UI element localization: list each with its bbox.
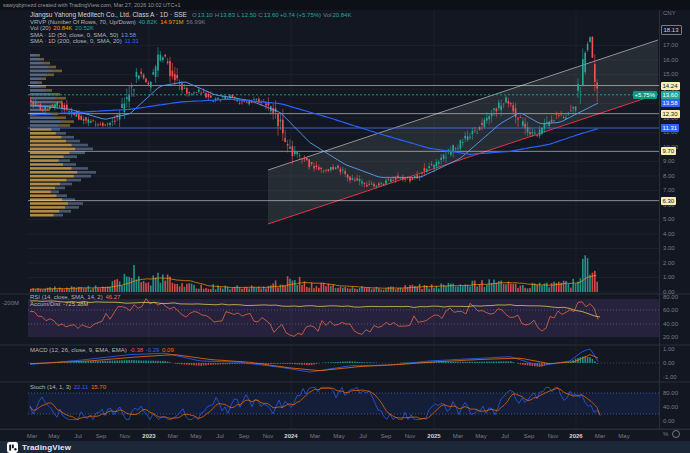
time-axis-label: Mar [310,432,320,440]
time-axis-label: Sep [96,432,107,440]
macd-tick: 1.00 [663,346,675,353]
close-value: 13.60 [264,12,279,18]
price-label-1360[interactable]: 13.60 [661,91,680,99]
indicator-name: Stoch (14, 1, 3) [30,384,71,390]
time-axis-label: 2023 [142,432,155,440]
price-tick: 8.00 [663,173,675,180]
indicator-value: -725.38M [63,301,88,307]
indicator-value: 14.971M [160,19,183,25]
percent-scale-button[interactable]: % [663,431,668,437]
close-label: C [258,12,262,18]
time-axis-label: 2026 [569,432,582,440]
open-label: O [192,12,197,18]
price-tick: 3.00 [663,245,675,252]
stoch-tick: 0.00 [663,418,675,425]
time-axis-label: Mar [27,432,37,440]
price-label-1230[interactable]: 12.30 [661,110,680,118]
indicator-value: 40.82K [139,19,158,25]
stoch-tick: 40.00 [663,404,678,411]
price-tick: 2.00 [663,260,675,267]
time-axis-label: Mar [595,432,605,440]
indicator-name: Vol (20) [30,25,51,31]
price-tick: 7.00 [663,187,675,194]
time-axis-label: May [333,432,344,440]
symbol-title[interactable]: Jiangsu Yahong Meditech Co., Ltd. Class … [30,11,187,18]
price-label-970[interactable]: 9.70 [661,147,677,155]
indicator-value: 0.09 [162,347,174,353]
volume-label: Vol [323,12,331,18]
tradingview-brand[interactable]: TradingView [22,443,71,452]
tradingview-logo-icon[interactable] [7,442,18,453]
price-tick: 16.00 [663,57,678,64]
indicator-legend-accum-dist[interactable]: Accum/Dist -725.38M [30,301,88,308]
time-axis-label: Mar [453,432,463,440]
price-tick: 15.00 [663,71,678,78]
currency-label: CNY [663,10,676,17]
indicator-name: VRVP (Number Of Rows, 70, Up/Down) [30,19,136,25]
time-axis-label: Nov [405,432,416,440]
rsi-tick: 40.00 [663,321,678,328]
price-tick: 17.00 [663,42,678,49]
indicator-value: 13.58 [121,32,136,38]
indicator-legend-sma200[interactable]: SMA · 1D (200, close, 0, SMA, 20) 11.31 [30,38,139,45]
volume-value: 20.84K [332,12,351,18]
time-axis-label: Jul [501,432,509,440]
indicator-value: 22.11 [74,384,89,390]
price-label-630[interactable]: 6.30 [661,197,677,205]
time-axis-label: Jul [74,432,82,440]
indicator-value: -0.38 [129,347,143,353]
footer-bar: TradingView [0,441,690,453]
price-label-575[interactable]: +5.75% [633,91,658,99]
indicator-value: 20.52K [75,25,94,31]
tradingview-snapshot: sawyqbjmezd created with TradingView.com… [0,0,690,453]
price-tick: 4.00 [663,231,675,238]
indicator-name: RSI (14, close, SMA, 14, 2) [30,294,103,300]
time-axis-label: May [48,432,59,440]
price-tick: 5.00 [663,216,675,223]
indicator-value: -0.29 [146,347,160,353]
time-axis-label: Nov [263,432,274,440]
time-axis-label: Nov [120,432,131,440]
indicator-legend-macd[interactable]: MACD (12, 26, close, 9, EMA, EMA) -0.38 … [30,347,174,354]
rsi-tick: 80.00 [663,294,678,301]
time-axis-label: Sep [524,432,535,440]
time-axis-label: Mar [168,432,178,440]
indicator-name: MACD (12, 26, close, 9, EMA, EMA) [30,347,127,353]
time-axis-label: Nov [548,432,559,440]
auto-scale-icon[interactable] [672,430,680,438]
price-label-1813[interactable]: 18.13 [661,25,682,35]
time-axis-label: 2024 [284,432,297,440]
price-label-1131[interactable]: 11.31 [661,124,680,132]
high-value: 13.83 [220,12,235,18]
macd-tick: 0.00 [663,360,675,367]
time-axis-label: 2025 [427,432,440,440]
indicator-legend-stoch[interactable]: Stoch (14, 1, 3) 22.11 15.70 [30,384,106,391]
time-axis-label: May [618,432,629,440]
indicator-value: 20.84K [53,25,72,31]
indicator-value: 11.31 [124,38,139,44]
left-scale-label: -200M [2,300,19,306]
time-axis-label: Sep [381,432,392,440]
indicator-value: 56.99K [186,19,205,25]
high-label: H [215,12,219,18]
price-label-1424[interactable]: 14.24 [661,82,680,90]
price-label-1358[interactable]: 13.58 [661,99,680,107]
indicator-name: SMA · 1D (200, close, 0, SMA, 20) [30,38,122,44]
rsi-tick: 20.00 [663,334,678,341]
indicator-name: SMA · 1D (50, close, 0, SMA, 50) [30,32,118,38]
rsi-tick: 60.00 [663,307,678,314]
price-tick: 9.00 [663,158,675,165]
time-axis-label: May [190,432,201,440]
indicator-name: Accum/Dist [30,301,60,307]
low-label: L [237,12,240,18]
price-tick: 1.00 [663,274,675,281]
time-axis-label: Sep [239,432,250,440]
change-value: +0.74 (+5.75%) [280,12,321,18]
time-axis-label: May [475,432,486,440]
time-axis-label: Jul [359,432,367,440]
time-axis-label: Jul [216,432,224,440]
indicator-value: 15.70 [91,384,106,390]
macd-tick: -1.00 [663,374,677,381]
stoch-tick: 80.00 [663,390,678,397]
low-value: 12.50 [241,12,256,18]
